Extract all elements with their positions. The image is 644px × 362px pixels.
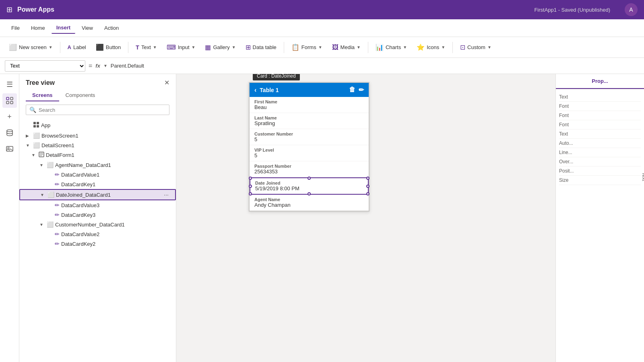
- input-button[interactable]: ⌨ Input ▼: [163, 41, 200, 53]
- prop-auto: Auto...: [559, 139, 641, 148]
- prop-line-label: Line...: [559, 150, 572, 155]
- tree-item-customernumber-datacard1[interactable]: ▼ ⬜ CustomerNumber_DataCard1: [19, 220, 176, 229]
- browsescreen1-chevron: ▶: [26, 134, 31, 138]
- last-name-value: Spratling: [254, 120, 364, 126]
- prop-text: Text: [559, 93, 641, 102]
- canvas[interactable]: ‹ Table 1 🗑 ✏ First Name Beau Last Name …: [176, 74, 555, 362]
- gallery-chevron: ▼: [232, 45, 236, 49]
- formula-input[interactable]: [111, 60, 639, 72]
- svg-rect-7: [33, 122, 36, 124]
- datatable-button[interactable]: ⊞ Data table: [242, 41, 281, 53]
- prop-posit-label: Posit...: [559, 168, 574, 174]
- datatable-icon: ⊞: [246, 43, 251, 51]
- agentname-label: AgentName_DataCard1: [55, 162, 111, 168]
- first-name-value: Beau: [254, 104, 364, 110]
- tree-item-detailscreen1[interactable]: ▼ ⬜ DetailScreen1: [19, 140, 176, 150]
- gallery-icon: ▦: [205, 43, 211, 51]
- icons-button[interactable]: ⭐ Icons ▼: [413, 41, 449, 53]
- edit-icon[interactable]: ✏: [359, 86, 364, 94]
- media-icon: 🖼: [332, 44, 339, 51]
- dcv1-label: DataCardValue1: [61, 172, 99, 178]
- user-avatar[interactable]: A: [625, 3, 638, 16]
- field-first-name: First Name Beau: [250, 97, 369, 113]
- custom-button[interactable]: ⊡ Custom ▼: [456, 41, 495, 53]
- prop-font3-label: Font: [559, 122, 569, 128]
- tree-item-datacardkey3[interactable]: ✏ DataCardKey3: [19, 210, 176, 220]
- tab-components[interactable]: Components: [59, 90, 102, 101]
- prop-line: Line...: [559, 148, 641, 157]
- datejoined-icon: ⬜: [47, 191, 54, 198]
- agent-name-label: Agent Name: [254, 197, 364, 202]
- svg-rect-3: [10, 101, 13, 104]
- label-button[interactable]: A Label: [64, 42, 90, 52]
- media-chevron: ▼: [357, 45, 361, 49]
- tree-item-datacardvalue2[interactable]: ✏ DataCardValue2: [19, 229, 176, 239]
- custom-icon: ⊡: [460, 43, 465, 51]
- menu-action[interactable]: Action: [99, 23, 124, 33]
- back-icon[interactable]: ‹: [254, 86, 256, 94]
- dcv3-icon: ✏: [55, 202, 60, 208]
- tree-item-datejoined-datacard1[interactable]: ▼ ⬜ DateJoined_DataCard1 ···: [19, 189, 176, 200]
- customernumber-icon: ⬜: [47, 221, 54, 228]
- dcv2-icon: ✏: [55, 231, 60, 237]
- treeview-icon[interactable]: [2, 93, 17, 108]
- tree-item-detailform1[interactable]: ▼ DetailForm1: [19, 150, 176, 160]
- tree-item-datacardkey2[interactable]: ✏ DataCardKey2: [19, 239, 176, 249]
- prop-font-label: Font: [559, 103, 569, 109]
- gallery-button[interactable]: ▦ Gallery ▼: [201, 41, 239, 53]
- datejoined-label: DateJoined_DataCard1: [56, 192, 111, 198]
- close-panel-button[interactable]: ✕: [164, 79, 169, 86]
- tree-tabs: Screens Components: [19, 86, 176, 101]
- form-header: ‹ Table 1 🗑 ✏: [250, 83, 369, 97]
- tab-screens[interactable]: Screens: [26, 90, 59, 101]
- data-icon[interactable]: [2, 125, 17, 140]
- more-options-button[interactable]: ···: [164, 191, 169, 198]
- media-button[interactable]: 🖼 Media ▼: [328, 42, 365, 53]
- customernumber-chevron: ▼: [39, 222, 45, 227]
- new-screen-button[interactable]: ⬜ New screen ▼: [5, 41, 57, 53]
- tree-item-browsescreen1[interactable]: ▶ ⬜ BrowseScreen1: [19, 131, 176, 140]
- tree-item-datacardvalue3[interactable]: ✏ DataCardValue3: [19, 200, 176, 210]
- menu-home[interactable]: Home: [26, 23, 50, 33]
- dcv3-label: DataCardValue3: [61, 202, 99, 208]
- button-button[interactable]: ⬛ Button: [92, 41, 125, 53]
- dck1-icon: ✏: [55, 181, 60, 187]
- menu-insert[interactable]: Insert: [52, 22, 75, 34]
- tab-properties[interactable]: Prop...: [556, 74, 644, 89]
- button-icon: ⬛: [96, 43, 104, 51]
- hamburger-icon[interactable]: ☰: [2, 77, 17, 92]
- text-label: Text: [141, 44, 151, 50]
- datejoined-chevron: ▼: [40, 193, 46, 197]
- forms-button[interactable]: 📋 Forms ▼: [287, 41, 326, 53]
- field-customer-number: Customer Number 5: [250, 129, 369, 145]
- field-date-joined: Date Joined 5/19/2019 8:00 PM: [250, 177, 369, 195]
- search-input[interactable]: [39, 107, 166, 113]
- right-panel-content: Text Font Font Font Text Auto...: [556, 89, 644, 362]
- separator-2: [128, 42, 128, 53]
- topbar: ⊞ Power Apps FirstApp1 - Saved (Unpublis…: [0, 0, 644, 19]
- charts-button[interactable]: 📊 Charts ▼: [372, 41, 411, 53]
- dck1-label: DataCardKey1: [61, 181, 95, 187]
- tree-item-datacardkey1[interactable]: ✏ DataCardKey1: [19, 179, 176, 189]
- dck2-icon: ✏: [55, 241, 60, 247]
- tree-item-agentname-datacard1[interactable]: ▼ ⬜ AgentName_DataCard1: [19, 160, 176, 170]
- date-joined-value: 5/19/2019 8:00 PM: [255, 185, 363, 191]
- menu-view[interactable]: View: [77, 23, 98, 33]
- tree-item-datacardvalue1[interactable]: ✏ DataCardValue1: [19, 170, 176, 179]
- card-tooltip: Card : DateJoined: [253, 74, 300, 80]
- menu-file[interactable]: File: [6, 23, 25, 33]
- delete-icon[interactable]: 🗑: [349, 86, 355, 94]
- tree-item-app[interactable]: App: [19, 120, 176, 131]
- button-label: Button: [106, 44, 121, 50]
- new-screen-chevron: ▼: [49, 45, 53, 49]
- text-button[interactable]: T Text ▼: [132, 42, 161, 53]
- add-icon[interactable]: +: [2, 109, 17, 124]
- svg-rect-5: [6, 146, 13, 151]
- media-sidebar-icon[interactable]: [2, 142, 17, 156]
- custom-label: Custom: [467, 44, 485, 50]
- prop-font: Font: [559, 102, 641, 111]
- prop-font2-label: Font: [559, 113, 569, 118]
- property-selector[interactable]: Text Default Fill: [5, 60, 85, 72]
- grid-icon[interactable]: ⊞: [6, 5, 12, 14]
- right-text-label: Text: [641, 172, 644, 181]
